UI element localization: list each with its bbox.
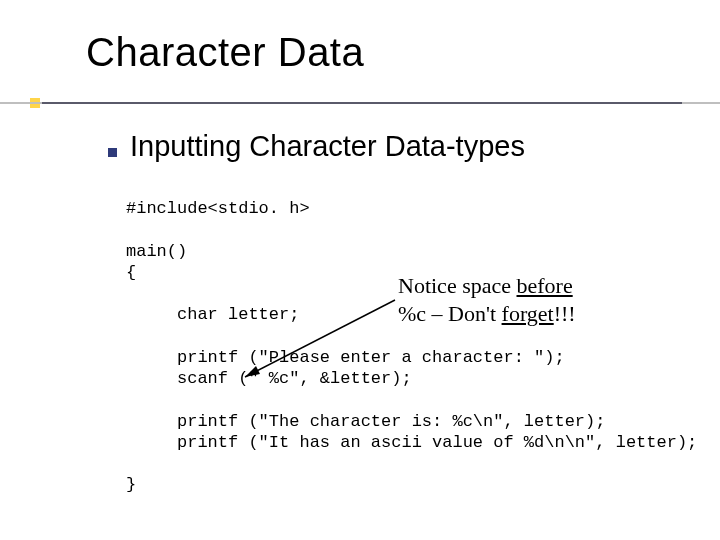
annotation-callout: Notice space before %c – Don't forget!!! [398, 272, 576, 327]
slide: Character Data Inputting Character Data-… [0, 0, 720, 540]
annotation-line2-underline: forget [502, 301, 554, 326]
rule-dark [42, 102, 682, 104]
code-block: #include<stdio. h> main() { char letter;… [126, 198, 697, 496]
annotation-line1-pre: Notice space [398, 273, 517, 298]
bullet-icon [108, 148, 117, 157]
annotation-line1-underline: before [517, 273, 573, 298]
subtitle: Inputting Character Data-types [130, 130, 525, 163]
annotation-line2-mid: – Don't [426, 301, 501, 326]
slide-title: Character Data [86, 30, 364, 75]
annotation-line2-tail: !!! [554, 301, 576, 326]
annotation-line2-pre: %c [398, 301, 426, 326]
